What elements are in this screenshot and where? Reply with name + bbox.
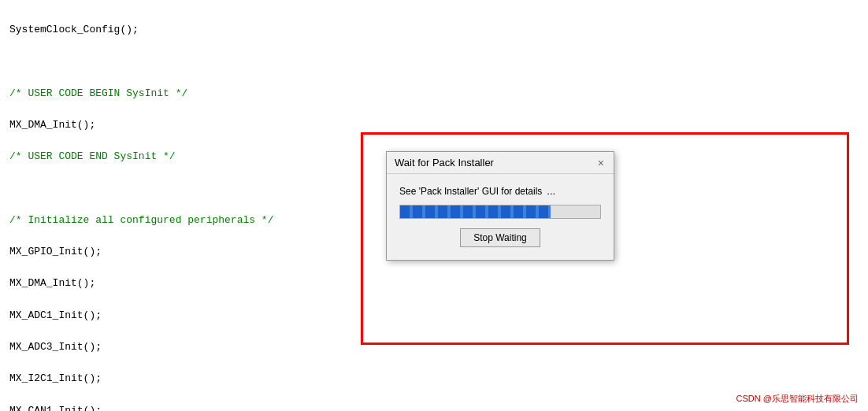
code-line: MX_DMA_Init(); bbox=[9, 276, 859, 291]
dialog-message: See 'Pack Installer' GUI for details ... bbox=[399, 185, 601, 197]
dialog-message-text: See 'Pack Installer' GUI for details bbox=[399, 186, 542, 197]
code-line bbox=[9, 54, 859, 69]
code-line: MX_CAN1_Init(); bbox=[9, 403, 859, 411]
dialog-title: Wait for Pack Installer bbox=[395, 157, 494, 168]
code-line: MX_ADC1_Init(); bbox=[9, 308, 859, 324]
watermark: CSDN @乐思智能科技有限公司 bbox=[736, 393, 859, 405]
dialog-body: See 'Pack Installer' GUI for details ...… bbox=[387, 174, 614, 260]
code-line: SystemClock_Config(); bbox=[9, 22, 859, 38]
dialog-dots: ... bbox=[547, 185, 555, 197]
code-line: MX_DMA_Init(); bbox=[9, 117, 859, 133]
dialog-wait-for-pack-installer: Wait for Pack Installer × See 'Pack Inst… bbox=[386, 151, 614, 261]
progress-bar-container bbox=[399, 205, 601, 219]
code-line: /* USER CODE BEGIN SysInit */ bbox=[9, 86, 859, 102]
progress-bar-fill bbox=[400, 206, 551, 218]
code-line: MX_ADC3_Init(); bbox=[9, 339, 859, 355]
dialog-titlebar: Wait for Pack Installer × bbox=[387, 152, 614, 174]
stop-waiting-button[interactable]: Stop Waiting bbox=[460, 228, 540, 247]
dialog-close-button[interactable]: × bbox=[596, 157, 606, 168]
code-line: MX_I2C1_Init(); bbox=[9, 371, 859, 387]
